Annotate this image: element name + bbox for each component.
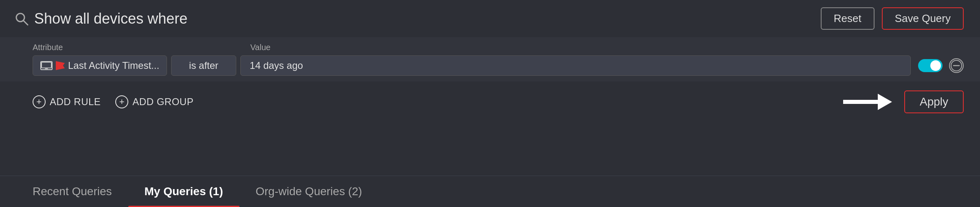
add-rule-button[interactable]: + ADD RULE (33, 95, 101, 108)
add-rule-label: ADD RULE (50, 96, 101, 108)
arrow-right-icon (843, 92, 892, 112)
tab-org-wide-queries[interactable]: Org-wide Queries (2) (240, 176, 378, 207)
main-container: Show all devices where Reset Save Query … (0, 0, 980, 207)
tab-recent-queries[interactable]: Recent Queries (16, 176, 128, 207)
svg-rect-2 (42, 62, 51, 68)
add-group-label: ADD GROUP (132, 96, 193, 108)
apply-section: Apply (843, 90, 964, 113)
add-rule-icon: + (33, 95, 46, 108)
svg-marker-8 (878, 94, 892, 110)
reset-button[interactable]: Reset (821, 7, 875, 30)
filter-row: Last Activity Timest... is after (33, 55, 964, 76)
toggle-knob (930, 60, 941, 71)
add-buttons-group: + ADD RULE + ADD GROUP (33, 95, 193, 108)
toggle-on-icon[interactable] (918, 59, 943, 72)
attribute-label: Attribute (33, 43, 63, 52)
filter-section: Attribute Value Last Activity Timest... … (0, 37, 980, 81)
flag-icon (56, 61, 65, 70)
value-label: Value (250, 43, 270, 52)
column-labels: Attribute Value (33, 43, 964, 52)
apply-button[interactable]: Apply (904, 90, 964, 113)
top-buttons-group: Reset Save Query (821, 7, 964, 30)
add-group-icon: + (115, 95, 128, 108)
value-input[interactable] (240, 55, 911, 76)
top-bar: Show all devices where Reset Save Query (0, 0, 980, 37)
page-title: Show all devices where (34, 10, 187, 27)
tabs-row: Recent Queries My Queries (1) Org-wide Q… (0, 176, 980, 207)
monitor-icon (40, 61, 53, 70)
actions-row: + ADD RULE + ADD GROUP Apply (0, 81, 980, 122)
attribute-selector[interactable]: Last Activity Timest... (33, 55, 167, 76)
remove-rule-button[interactable] (949, 58, 964, 73)
operator-selector[interactable]: is after (171, 55, 236, 76)
toggle-wrap (918, 59, 943, 72)
tab-my-queries[interactable]: My Queries (1) (128, 176, 240, 207)
search-icon (15, 12, 29, 26)
query-title-area: Show all devices where (15, 10, 187, 27)
add-group-button[interactable]: + ADD GROUP (115, 95, 193, 108)
save-query-button[interactable]: Save Query (882, 7, 964, 30)
svg-line-1 (23, 20, 28, 25)
attribute-value: Last Activity Timest... (68, 60, 159, 71)
